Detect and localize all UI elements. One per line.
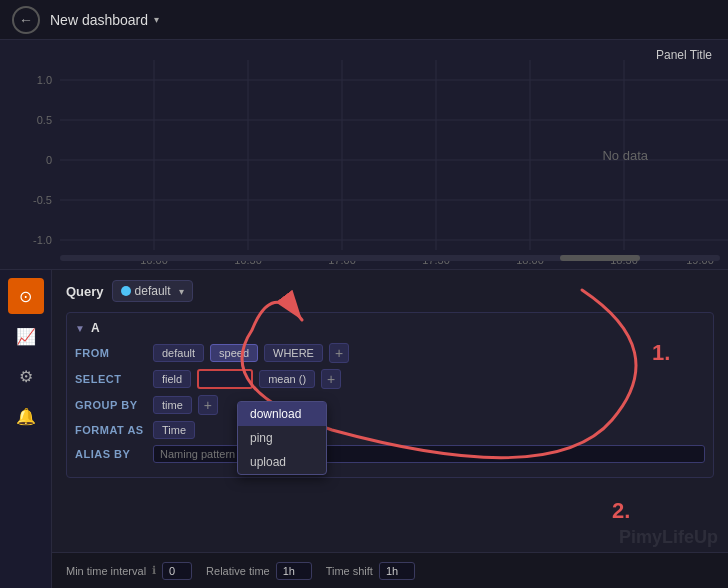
query-block-name: A: [91, 321, 100, 335]
time-shift-label: Time shift: [326, 565, 373, 577]
datasource-dropdown-arrow: ▾: [179, 286, 184, 297]
watermark: PimyLifeUp: [619, 527, 718, 548]
mean-label[interactable]: mean (): [259, 370, 315, 388]
time-shift-field: Time shift: [326, 562, 415, 580]
dashboard-title: New dashboard: [50, 12, 148, 28]
datasource-selector[interactable]: default ▾: [112, 280, 193, 302]
from-value2[interactable]: speed: [210, 344, 258, 362]
query-block-a: ▼ A FROM default speed WHERE + SELECT fi…: [66, 312, 714, 478]
min-time-input[interactable]: [162, 562, 192, 580]
query-header: Query default ▾: [66, 280, 714, 302]
bottom-bar: Min time interval ℹ Relative time Time s…: [52, 552, 728, 588]
sidebar-icon-bell[interactable]: 🔔: [8, 398, 44, 434]
dropdown-item-ping[interactable]: ping: [238, 426, 326, 450]
group-by-label: GROUP BY: [75, 399, 147, 411]
time-shift-input[interactable]: [379, 562, 415, 580]
title-dropdown-arrow[interactable]: ▾: [154, 14, 159, 25]
datasource-name: default: [135, 284, 171, 298]
bell-icon: 🔔: [16, 407, 36, 426]
select-field-label[interactable]: field: [153, 370, 191, 388]
min-time-interval-label: Min time interval: [66, 565, 146, 577]
alias-by-input[interactable]: [153, 445, 705, 463]
group-by-time[interactable]: time: [153, 396, 192, 414]
min-time-interval-field: Min time interval ℹ: [66, 562, 192, 580]
alias-by-label: ALIAS BY: [75, 448, 147, 460]
field-dropdown: download ping upload: [237, 401, 327, 475]
dropdown-item-download[interactable]: download: [238, 402, 326, 426]
chart-area: Panel Title No data 1.0 0.5 0 -0.5 -1.0 …: [0, 40, 728, 270]
select-row: SELECT field mean () +: [75, 369, 705, 389]
no-data-label: No data: [602, 147, 648, 162]
relative-time-input[interactable]: [276, 562, 312, 580]
sidebar: ⊙ 📈 ⚙ 🔔: [0, 270, 52, 588]
field-input-highlighted[interactable]: [197, 369, 253, 389]
top-bar: ← New dashboard ▾: [0, 0, 728, 40]
plus-icon-3: +: [204, 398, 212, 412]
layers-icon: ⊙: [19, 287, 32, 306]
select-plus-button[interactable]: +: [321, 369, 341, 389]
sidebar-icon-layers[interactable]: ⊙: [8, 278, 44, 314]
svg-text:-1.0: -1.0: [33, 234, 52, 246]
svg-text:1.0: 1.0: [37, 74, 52, 86]
format-as-row: FORMAT AS Time: [75, 421, 705, 439]
group-by-row: GROUP BY time +: [75, 395, 705, 415]
datasource-dot: [121, 286, 131, 296]
collapse-arrow[interactable]: ▼: [75, 323, 85, 334]
gear-icon: ⚙: [19, 367, 33, 386]
field-input[interactable]: [199, 373, 251, 385]
back-icon: ←: [19, 12, 33, 28]
alias-by-row: ALIAS BY: [75, 445, 705, 463]
svg-text:2.: 2.: [612, 498, 630, 523]
relative-time-label: Relative time: [206, 565, 270, 577]
where-label[interactable]: WHERE: [264, 344, 323, 362]
from-plus-button[interactable]: +: [329, 343, 349, 363]
panel-title: Panel Title: [656, 48, 712, 62]
format-as-label: FORMAT AS: [75, 424, 147, 436]
plus-icon-2: +: [327, 372, 335, 386]
from-label: FROM: [75, 347, 147, 359]
query-label: Query: [66, 284, 104, 299]
svg-text:0: 0: [46, 154, 52, 166]
sidebar-icon-chart[interactable]: 📈: [8, 318, 44, 354]
select-label: SELECT: [75, 373, 147, 385]
group-by-plus-button[interactable]: +: [198, 395, 218, 415]
relative-time-field: Relative time: [206, 562, 312, 580]
chart-icon: 📈: [16, 327, 36, 346]
from-row: FROM default speed WHERE +: [75, 343, 705, 363]
svg-text:-0.5: -0.5: [33, 194, 52, 206]
sidebar-icon-gear[interactable]: ⚙: [8, 358, 44, 394]
svg-rect-24: [560, 255, 640, 261]
main-content: ⊙ 📈 ⚙ 🔔 Query default ▾ ▼ A: [0, 270, 728, 588]
svg-text:0.5: 0.5: [37, 114, 52, 126]
info-icon: ℹ: [152, 564, 156, 577]
plus-icon: +: [335, 346, 343, 360]
from-value1[interactable]: default: [153, 344, 204, 362]
dropdown-item-upload[interactable]: upload: [238, 450, 326, 474]
query-block-header: ▼ A: [75, 321, 705, 335]
back-button[interactable]: ←: [12, 6, 40, 34]
format-as-value[interactable]: Time: [153, 421, 195, 439]
